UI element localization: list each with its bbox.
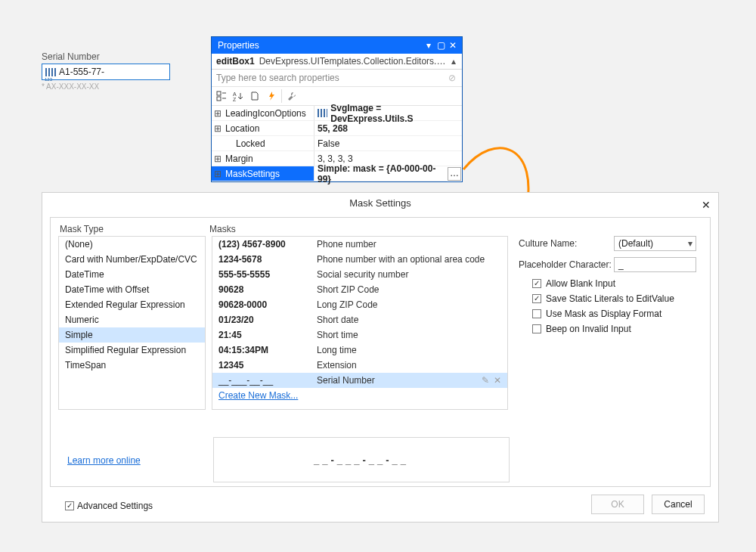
expand-icon[interactable]: ⊞ — [212, 123, 224, 134]
cancel-button[interactable]: Cancel — [652, 495, 705, 514]
mask-value: 90628 — [218, 284, 317, 295]
mask-item[interactable]: 1234-5678Phone number with an optional a… — [212, 252, 507, 267]
mask-value: 12345 — [218, 360, 317, 371]
window-dropdown-icon[interactable]: ▾ — [423, 40, 435, 51]
object-selector-dropdown-icon[interactable]: ▴ — [450, 56, 457, 67]
create-new-mask-link[interactable]: Create New Mask... — [212, 388, 507, 403]
property-row[interactable]: ⊞Location55, 268 — [212, 121, 462, 136]
property-key: Locked — [224, 138, 265, 149]
properties-panel: Properties ▾ ▢ ✕ editBox1 DevExpress.UIT… — [211, 36, 463, 182]
selected-object-name: editBox1 — [216, 56, 255, 67]
property-row[interactable]: ⊞MaskSettingsSimple: mask = {A0-000-00-9… — [212, 166, 462, 181]
expand-icon[interactable]: ⊞ — [212, 169, 224, 179]
learn-more-link[interactable]: Learn more online — [67, 455, 141, 466]
mask-type-list: (None)Card with Number/ExpDate/CVCDateTi… — [58, 236, 206, 410]
svg-rect-1 — [217, 97, 221, 101]
beep-invalid-checkbox[interactable] — [532, 324, 541, 333]
mask-preview: __-___-__-__ — [213, 437, 510, 482]
serial-number-label: Serial Number — [42, 51, 170, 62]
mask-item[interactable]: 555-55-5555Social security number — [212, 267, 507, 282]
property-key: LeadingIconOptions — [224, 108, 306, 119]
mask-type-item[interactable]: (None) — [59, 237, 205, 252]
mask-item[interactable]: (123) 4567-8900Phone number — [212, 237, 507, 252]
property-value: Simple: mask = {A0-000-00-99} — [318, 163, 444, 185]
serial-number-input[interactable]: A1-555-77- — [42, 64, 170, 80]
mask-item[interactable]: 21:45Short time — [212, 327, 507, 343]
property-value: 3, 3, 3, 3 — [318, 154, 353, 164]
mask-value: 90628-0000 — [218, 299, 317, 310]
allow-blank-label: Allow Blank Input — [546, 278, 615, 289]
chevron-down-icon: ▾ — [688, 238, 692, 249]
mask-type-item[interactable]: DateTime with Offset — [59, 282, 205, 297]
clear-search-icon[interactable]: ⊘ — [447, 73, 457, 83]
mask-type-item[interactable]: TimeSpan — [59, 358, 205, 373]
dialog-close-icon[interactable]: ✕ — [702, 199, 711, 211]
property-search-input[interactable]: Type here to search properties ⊘ — [212, 70, 462, 87]
save-literals-checkbox[interactable] — [532, 294, 541, 303]
mask-type-item[interactable]: Numeric — [59, 312, 205, 327]
culture-name-dropdown[interactable]: (Default) ▾ — [614, 236, 696, 251]
masks-heading: Masks — [209, 224, 236, 234]
barcode-icon — [318, 109, 327, 117]
mask-value: __-___-__-__ — [218, 375, 317, 386]
mask-description: Short date — [317, 315, 501, 325]
mask-type-item[interactable]: Extended Regular Expression — [59, 297, 205, 312]
ok-button[interactable]: OK — [591, 495, 644, 514]
mask-item[interactable]: 04:15:34PMLong time — [212, 343, 507, 358]
property-key: Location — [224, 123, 259, 134]
mask-item[interactable]: __-___-__-__Serial Number✎✕ — [212, 373, 507, 388]
barcode-icon — [45, 68, 56, 76]
mask-item[interactable]: 90628Short ZIP Code — [212, 282, 507, 297]
mask-value: 21:45 — [218, 330, 317, 340]
delete-icon[interactable]: ✕ — [494, 375, 501, 386]
placeholder-char-label: Placeholder Character: — [519, 259, 614, 270]
mask-list: (123) 4567-8900Phone number1234-5678Phon… — [212, 236, 508, 410]
mask-type-item[interactable]: Simplified Regular Expression — [59, 343, 205, 358]
use-mask-display-label: Use Mask as Display Format — [546, 309, 662, 319]
events-icon[interactable] — [265, 89, 278, 103]
window-close-icon[interactable]: ✕ — [447, 40, 459, 51]
mask-item[interactable]: 90628-0000Long ZIP Code — [212, 297, 507, 312]
mask-type-heading: Mask Type — [60, 224, 209, 234]
mask-value: (123) 4567-8900 — [218, 239, 317, 250]
use-mask-display-checkbox[interactable] — [532, 309, 541, 318]
mask-type-item[interactable]: Simple — [59, 327, 205, 343]
mask-description: Serial Number — [317, 375, 482, 386]
mask-value: 04:15:34PM — [218, 345, 317, 355]
ellipsis-button[interactable]: … — [448, 167, 461, 181]
dialog-title: Mask Settings — [42, 193, 718, 213]
mask-description: Phone number with an optional area code — [317, 254, 501, 265]
advanced-settings-checkbox[interactable] — [65, 501, 74, 510]
wrench-icon[interactable] — [285, 89, 299, 103]
mask-type-item[interactable]: Card with Number/ExpDate/CVC — [59, 252, 205, 267]
alphabetical-view-icon[interactable]: AZ — [231, 89, 245, 103]
serial-number-helper: * AX-XXX-XX-XX — [42, 82, 170, 91]
mask-description: Long time — [317, 345, 501, 355]
svg-text:A: A — [233, 91, 237, 97]
property-row[interactable]: LockedFalse — [212, 136, 462, 151]
property-value: 55, 268 — [318, 123, 348, 134]
categorized-view-icon[interactable] — [215, 89, 228, 103]
property-key: Margin — [224, 154, 253, 164]
property-key: MaskSettings — [224, 169, 280, 179]
svg-rect-0 — [217, 91, 221, 95]
expand-icon[interactable]: ⊞ — [212, 108, 224, 119]
mask-description: Short time — [317, 330, 501, 340]
placeholder-char-input[interactable]: _ — [614, 257, 696, 272]
property-pages-icon[interactable] — [248, 89, 262, 103]
mask-type-item[interactable]: DateTime — [59, 267, 205, 282]
edit-icon[interactable]: ✎ — [482, 375, 489, 386]
mask-item[interactable]: 12345Extension — [212, 358, 507, 373]
mask-value: 01/23/20 — [218, 315, 317, 325]
mask-settings-dialog: Mask Settings ✕ Mask Type Masks (None)Ca… — [42, 192, 719, 523]
allow-blank-checkbox[interactable] — [532, 279, 541, 288]
culture-name-label: Culture Name: — [519, 238, 614, 249]
advanced-settings-label: Advanced Settings — [77, 501, 153, 511]
mask-value: 555-55-5555 — [218, 269, 317, 280]
window-maximize-icon[interactable]: ▢ — [435, 40, 447, 51]
property-row[interactable]: ⊞LeadingIconOptionsSvgImage = DevExpress… — [212, 106, 462, 121]
property-value: False — [318, 138, 339, 149]
mask-item[interactable]: 01/23/20Short date — [212, 312, 507, 327]
expand-icon[interactable]: ⊞ — [212, 154, 224, 164]
mask-description: Short ZIP Code — [317, 284, 501, 295]
